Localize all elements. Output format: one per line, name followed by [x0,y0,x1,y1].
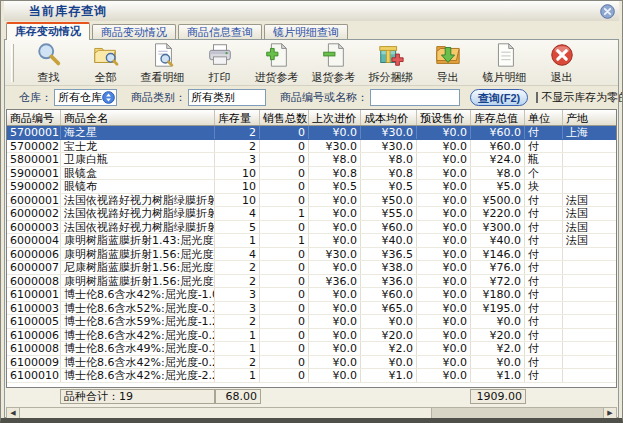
cell-total: ¥220.0 [471,207,525,220]
tab-product-info[interactable]: 商品信息查询 [178,24,262,40]
warehouse-value: 所有仓库 [58,90,102,105]
table-row[interactable]: 6100009 博士伦8.6含水42%:屈光度-0.20:散光 2 0 ¥0.0… [7,356,616,370]
cell-code: 6100005 [7,315,61,328]
scroll-right-icon[interactable]: ▶ [603,408,616,419]
column-header-name[interactable]: 商品全名 [61,110,215,125]
cell-qty: 2 [215,315,260,328]
table-row[interactable]: 5800001 卫康白瓶 3 0 ¥8.0 ¥8.0 ¥0.0 ¥24.0 瓶 [7,153,616,167]
cell-origin [563,167,616,180]
table-row[interactable]: 6100008 博士伦8.6含水49%:屈光度-0.25:散光 1 0 ¥0.0… [7,342,616,356]
cell-cost: ¥50.0 [361,194,417,207]
table-row[interactable]: 6000004 康明树脂蓝膜折射1.43:屈光度-1.00 1 1 ¥0.0 ¥… [7,234,616,248]
combo-toggle-icon[interactable] [102,91,115,104]
hide-zero-stock-checkbox[interactable] [536,92,538,103]
cell-preset: ¥0.0 [417,302,471,315]
cell-last: ¥0.0 [309,234,361,247]
cell-qty: 10 [215,180,260,193]
scrollbar-thumb[interactable] [20,408,432,419]
cell-unit: 付 [525,248,563,261]
cell-origin [563,329,616,342]
close-icon[interactable] [600,4,615,19]
keyword-label: 商品编号或名称： [280,90,368,105]
tab-product-change[interactable]: 商品变动情况 [92,24,176,40]
view-detail-button[interactable]: 查看明细 [134,41,191,85]
cell-sold: 0 [260,261,309,274]
category-label: 商品类别： [131,90,186,105]
search-icon [35,41,63,70]
cell-unit: 付 [525,302,563,315]
cell-last: ¥30.0 [309,248,361,261]
column-header-unit[interactable]: 单位 [525,110,563,125]
scroll-left-icon[interactable]: ◀ [7,408,20,419]
table-row[interactable]: 5700001 海之星 2 0 ¥0.0 ¥30.0 ¥0.0 ¥60.0 付 … [7,126,616,140]
tab-lens-detail[interactable]: 镜片明细查询 [264,24,348,40]
button-label: 进货参考 [255,70,299,85]
cell-total: ¥40.0 [471,234,525,247]
warehouse-select[interactable]: 所有仓库 [54,89,117,106]
cell-last: ¥0.0 [309,288,361,301]
table-row[interactable]: 6100010 博士伦8.6含水42%:屈光度-2.25:散光 1 0 ¥0.0… [7,369,616,383]
cell-last: ¥8.0 [309,153,361,166]
cell-last: ¥0.0 [309,126,361,139]
cell-total: ¥146.0 [471,248,525,261]
column-header-origin[interactable]: 产地 [563,110,616,125]
print-button[interactable]: 打印 [191,41,248,85]
column-header-preset[interactable]: 预设售价 [417,110,471,125]
cell-total: ¥500.0 [471,194,525,207]
lens-detail-button[interactable]: 镜片明细 [476,41,533,85]
cell-name: 法国依视路好视力树脂绿膜折射1.61 [61,221,215,234]
cell-cost: ¥20.0 [361,329,417,342]
cell-sold: 0 [260,221,309,234]
cell-code: 5900001 [7,167,61,180]
cell-code: 6100003 [7,302,61,315]
query-button[interactable]: 查询(F2) [470,89,528,106]
table-row[interactable]: 6100001 博士伦8.6含水42%:屈光度-1.00:散光 3 0 ¥0.0… [7,288,616,302]
export-button[interactable]: 导出 [419,41,476,85]
cell-preset: ¥0.0 [417,167,471,180]
horizontal-scrollbar[interactable]: ◀ ▶ [6,407,617,420]
table-row[interactable]: 5900001 眼镜盒 10 0 ¥0.8 ¥0.8 ¥0.0 ¥8.0 个 [7,167,616,181]
table-row[interactable]: 6000008 康明树脂蓝膜折射1.56:屈光度-3.00 2 0 ¥36.0 … [7,275,616,289]
main-panel: 查找 全部 查看明细 打印 [4,39,619,418]
cell-preset: ¥0.0 [417,329,471,342]
column-header-last[interactable]: 上次进价 [309,110,361,125]
cell-preset: ¥0.0 [417,248,471,261]
cell-preset: ¥0.0 [417,315,471,328]
column-header-cost[interactable]: 成本均价 [361,110,417,125]
all-button[interactable]: 全部 [77,41,134,85]
find-button[interactable]: 查找 [20,41,77,85]
cell-preset: ¥0.0 [417,342,471,355]
column-header-code[interactable]: 商品编号 [7,110,61,125]
tab-inventory-change[interactable]: 库存变动情况 [6,22,90,40]
column-header-sold[interactable]: 销售总数 [260,110,309,125]
column-header-qty[interactable]: 库存量 [215,110,260,125]
cell-origin [563,248,616,261]
table-row[interactable]: 6000007 尼康树脂蓝膜折射1.56:屈光度-1.50 2 0 ¥0.0 ¥… [7,261,616,275]
table-row[interactable]: 6100005 博士伦8.6含水59%:屈光度-1.25:散光 2 0 ¥0.0… [7,315,616,329]
cell-sold: 0 [260,248,309,261]
folder-search-icon [92,41,120,70]
table-row[interactable]: 6000003 法国依视路好视力树脂绿膜折射1.61 5 0 ¥0.0 ¥60.… [7,221,616,235]
table-row[interactable]: 6000001 法国依视路好视力树脂绿膜折射1.43 10 0 ¥0.0 ¥50… [7,194,616,208]
keyword-input[interactable] [370,89,460,106]
cell-unit: 付 [525,140,563,153]
cell-code: 6000001 [7,194,61,207]
cell-unit: 付 [525,234,563,247]
button-label: 镜片明细 [483,70,527,85]
exit-button[interactable]: 退出 [533,41,590,85]
table-row[interactable]: 6100006 博士伦8.6含水42%:屈光度-0.25:散光 1 0 ¥0.0… [7,329,616,343]
scrollbar-track[interactable] [432,408,603,419]
table-row[interactable]: 5700002 宝士龙 2 0 ¥30.0 ¥30.0 ¥0.0 ¥60.0 付 [7,140,616,154]
column-header-total[interactable]: 库存总值 [471,110,525,125]
table-row[interactable]: 5900002 眼镜布 10 0 ¥0.5 ¥0.5 ¥0.0 ¥5.0 块 [7,180,616,194]
return-reference-button[interactable]: 退货参考 [305,41,362,85]
split-bundle-button[interactable]: 拆分捆绑 [362,41,419,85]
cell-qty: 3 [215,153,260,166]
cell-total: ¥76.0 [471,261,525,274]
table-row[interactable]: 6000006 康明树脂蓝膜折射1.56:屈光度-2.25 4 0 ¥30.0 … [7,248,616,262]
cell-unit: 付 [525,126,563,139]
category-input[interactable] [188,89,266,106]
table-row[interactable]: 6000002 法国依视路好视力树脂绿膜折射1.56 4 1 ¥0.0 ¥55.… [7,207,616,221]
table-row[interactable]: 6100003 博士伦8.6含水52%:屈光度-0.25:散光 3 0 ¥0.0… [7,302,616,316]
purchase-reference-button[interactable]: 进货参考 [248,41,305,85]
